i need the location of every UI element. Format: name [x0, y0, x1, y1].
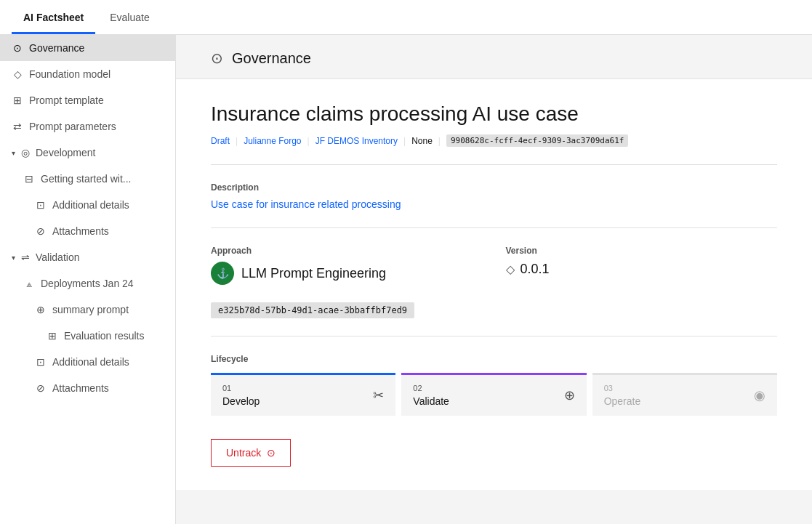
divider-2	[211, 227, 777, 228]
lifecycle-develop-name: Develop	[222, 395, 260, 407]
lifecycle-develop-num: 01	[222, 384, 260, 392]
approach-badge-symbol: ⚓	[217, 267, 229, 279]
lifecycle-develop-info: 01 Develop	[222, 384, 260, 407]
version-row: ◇ 0.0.1	[506, 262, 778, 277]
lifecycle-develop-icon: ✂	[373, 387, 384, 403]
prompt-parameters-icon: ⇄	[12, 121, 23, 132]
lifecycle-card-validate[interactable]: 02 Validate ⊕	[401, 373, 586, 416]
lifecycle-card-develop[interactable]: 01 Develop ✂	[211, 373, 395, 416]
lifecycle-operate-info: 03 Operate	[604, 384, 641, 407]
tab-ai-factsheet[interactable]: AI Factsheet	[12, 3, 95, 34]
additional-details-2-icon: ⊡	[35, 356, 47, 368]
untrack-button-label: Untrack	[226, 447, 261, 459]
main-card: Insurance claims processing AI use case …	[176, 79, 812, 490]
lifecycle-operate-icon: ◉	[754, 387, 765, 403]
divider-3	[211, 336, 777, 336]
sidebar: ⊙ Governance ◇ Foundation model ⊞ Prompt…	[0, 35, 176, 524]
version-diamond-icon: ◇	[506, 262, 515, 276]
divider-1	[211, 164, 777, 165]
sidebar-item-development[interactable]: ◎ Development	[0, 140, 175, 166]
version-section: Version ◇ 0.0.1	[506, 246, 778, 291]
sidebar-item-summary-prompt[interactable]: ⊕ summary prompt	[0, 297, 175, 323]
untrack-button-icon: ⊙	[267, 447, 276, 459]
sidebar-item-additional-details-1[interactable]: ⊡ Additional details	[0, 192, 175, 218]
governance-section-header: ⊙ Governance	[176, 35, 812, 79]
top-tab-bar: AI Factsheet Evaluate	[0, 0, 812, 35]
prompt-template-icon: ⊞	[12, 94, 23, 106]
description-label: Description	[211, 182, 777, 193]
meta-inventory[interactable]: JF DEMOS Inventory	[315, 136, 398, 146]
meta-sep-1: |	[236, 136, 238, 146]
getting-started-icon: ⊟	[23, 173, 35, 185]
lifecycle-validate-info: 02 Validate	[413, 384, 449, 407]
approach-hash: e325b78d-57bb-49d1-acae-3bbaffbf7ed9	[211, 302, 414, 318]
meta-sep-4: |	[438, 136, 441, 146]
approach-version-row: Approach ⚓ LLM Prompt Engineering Versio…	[211, 246, 777, 291]
lifecycle-label: Lifecycle	[211, 354, 777, 364]
use-case-title: Insurance claims processing AI use case	[211, 102, 777, 126]
deployments-icon: ⟁	[23, 278, 35, 289]
approach-label: Approach	[211, 246, 483, 256]
validation-icon: ⇌	[21, 251, 30, 263]
tab-evaluate[interactable]: Evaluate	[98, 3, 161, 34]
summary-prompt-icon: ⊕	[35, 304, 47, 315]
foundation-model-icon: ◇	[12, 68, 23, 80]
sidebar-item-prompt-template[interactable]: ⊞ Prompt template	[0, 87, 175, 113]
sidebar-item-attachments-1[interactable]: ⊘ Attachments	[0, 218, 175, 244]
sidebar-item-governance[interactable]: ⊙ Governance	[0, 35, 175, 61]
content-area: ⊙ Governance Insurance claims processing…	[176, 35, 812, 524]
main-layout: ⊙ Governance ◇ Foundation model ⊞ Prompt…	[0, 35, 812, 524]
lifecycle-validate-num: 02	[413, 384, 449, 392]
development-icon: ◎	[21, 147, 30, 158]
untrack-button[interactable]: Untrack ⊙	[211, 439, 291, 467]
attachments-2-icon: ⊘	[35, 382, 47, 394]
lifecycle-operate-num: 03	[604, 384, 641, 392]
lifecycle-operate-name: Operate	[604, 395, 641, 407]
approach-badge-icon: ⚓	[211, 262, 234, 285]
approach-name: LLM Prompt Engineering	[241, 266, 386, 281]
governance-icon: ⊙	[12, 42, 23, 54]
governance-header-title: Governance	[232, 50, 311, 67]
sidebar-item-evaluation-results[interactable]: ⊞ Evaluation results	[0, 323, 175, 349]
meta-sep-2: |	[307, 136, 310, 146]
sidebar-item-getting-started[interactable]: ⊟ Getting started wit...	[0, 166, 175, 192]
meta-status[interactable]: Draft	[211, 136, 230, 146]
lifecycle-validate-name: Validate	[413, 395, 449, 407]
approach-section: Approach ⚓ LLM Prompt Engineering	[211, 246, 483, 291]
sidebar-item-deployments[interactable]: ⟁ Deployments Jan 24	[0, 270, 175, 297]
lifecycle-card-operate[interactable]: 03 Operate ◉	[592, 373, 777, 416]
approach-title-row: ⚓ LLM Prompt Engineering	[211, 262, 483, 285]
description-text: Use case for insurance related processin…	[211, 198, 777, 210]
sidebar-item-prompt-parameters[interactable]: ⇄ Prompt parameters	[0, 113, 175, 140]
meta-row: Draft | Julianne Forgo | JF DEMOS Invent…	[211, 134, 777, 147]
attachments-1-icon: ⊘	[35, 225, 47, 237]
sidebar-item-attachments-2[interactable]: ⊘ Attachments	[0, 375, 175, 401]
version-label: Version	[506, 246, 778, 256]
lifecycle-cards: 01 Develop ✂ 02 Validate ⊕ 03	[211, 373, 777, 416]
lifecycle-validate-icon: ⊕	[564, 387, 575, 403]
evaluation-results-icon: ⊞	[47, 330, 58, 342]
meta-category: None	[411, 136, 433, 146]
meta-sep-3: |	[403, 136, 406, 146]
additional-details-1-icon: ⊡	[35, 199, 47, 211]
sidebar-item-validation[interactable]: ⇌ Validation	[0, 244, 175, 270]
version-number: 0.0.1	[520, 262, 550, 277]
sidebar-item-additional-details-2[interactable]: ⊡ Additional details	[0, 349, 175, 375]
meta-author[interactable]: Julianne Forgo	[244, 136, 301, 146]
sidebar-item-foundation-model[interactable]: ◇ Foundation model	[0, 61, 175, 87]
governance-header-icon: ⊙	[211, 49, 223, 67]
meta-hash: 9908628c-fcff-4ecf-9309-3ac3709da61f	[446, 134, 628, 147]
